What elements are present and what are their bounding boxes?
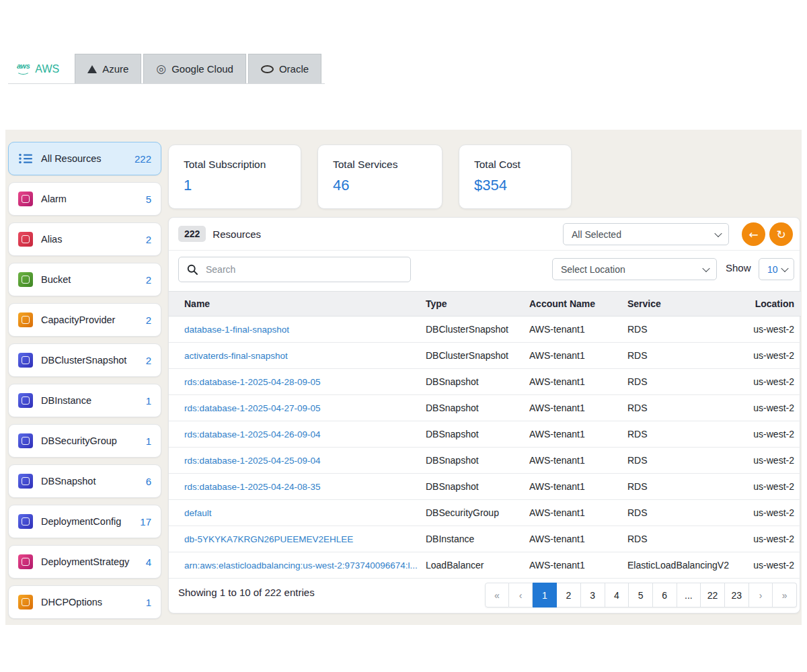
sidebar-item-label: DeploymentStrategy <box>41 556 129 567</box>
resource-count-badge: 222 <box>178 226 206 242</box>
page-button-22[interactable]: 22 <box>701 583 725 607</box>
card-label: Total Services <box>333 159 427 171</box>
column-header-type: Type <box>426 292 529 317</box>
cell-location: us-west-2 <box>747 552 801 579</box>
page-button-3[interactable]: 3 <box>581 583 605 607</box>
refresh-button[interactable]: ↻ <box>769 222 793 246</box>
page-size-select[interactable]: 10 <box>759 258 794 280</box>
tab-azure[interactable]: Azure <box>75 54 141 83</box>
search-box <box>178 257 411 282</box>
table-row: rds:database-1-2025-04-24-08-35 DBSnapsh… <box>169 474 801 500</box>
service-filter-value: All Selected <box>572 229 621 240</box>
resource-link[interactable]: db-5YKYKA7KRGN26PUEEMEV2EHLEE <box>184 534 353 544</box>
resource-link[interactable]: rds:database-1-2025-04-25-09-04 <box>184 456 321 466</box>
table-row: database-1-final-snapshot DBClusterSnaps… <box>169 317 801 343</box>
tab-google-cloud-label: Google Cloud <box>171 63 233 75</box>
sidebar-item-count: 2 <box>146 355 151 366</box>
oracle-logo-icon <box>261 65 274 73</box>
total-cost-card: Total Cost $354 <box>459 144 572 209</box>
cell-type: DBClusterSnapshot <box>426 343 529 369</box>
sidebar-item-label: DBSnapshot <box>41 476 95 487</box>
card-label: Total Cost <box>474 159 556 171</box>
sidebar-item-all-resources[interactable]: All Resources 222 <box>8 142 161 175</box>
sidebar-item-db-snapshot[interactable]: DBSnapshot 6 <box>8 464 161 498</box>
tab-oracle[interactable]: Oracle <box>248 54 321 83</box>
sidebar-item-deployment-config[interactable]: DeploymentConfig 17 <box>8 505 161 538</box>
resource-link[interactable]: database-1-final-snapshot <box>184 325 289 335</box>
page-button-23[interactable]: 23 <box>725 583 749 607</box>
sidebar-item-db-instance[interactable]: DBInstance 1 <box>8 384 161 417</box>
total-services-card: Total Services 46 <box>317 144 443 209</box>
cell-location: us-west-2 <box>747 369 801 395</box>
page-button-4[interactable]: 4 <box>605 583 629 607</box>
page-button-6[interactable]: 6 <box>653 583 677 607</box>
page-button-2[interactable]: 2 <box>557 583 581 607</box>
sidebar-item-deployment-strategy[interactable]: DeploymentStrategy 4 <box>8 545 161 579</box>
cell-type: DBInstance <box>426 526 529 552</box>
cell-account: AWS-tenant1 <box>529 395 627 421</box>
card-value: $354 <box>474 177 556 194</box>
cell-type: DBSnapshot <box>426 369 529 395</box>
google-cloud-logo-icon: ◎ <box>156 63 166 75</box>
azure-logo-icon <box>87 65 97 73</box>
cell-service: RDS <box>627 526 747 552</box>
resource-link[interactable]: rds:database-1-2025-04-24-08-35 <box>184 482 321 492</box>
cell-account: AWS-tenant1 <box>529 448 627 474</box>
page-prev-button[interactable]: ‹ <box>509 583 533 607</box>
sidebar-item-db-security-group[interactable]: DBSecurityGroup 1 <box>8 424 161 458</box>
sidebar-item-alias[interactable]: Alias 2 <box>8 222 161 256</box>
resource-link[interactable]: rds:database-1-2025-04-27-09-05 <box>184 403 321 413</box>
cell-location: us-west-2 <box>747 395 801 421</box>
back-button[interactable]: ← <box>742 222 765 246</box>
resource-link[interactable]: rds:database-1-2025-04-26-09-04 <box>184 429 321 439</box>
sidebar-item-label: DeploymentConfig <box>41 516 121 527</box>
tab-google-cloud[interactable]: ◎ Google Cloud <box>143 54 246 83</box>
column-header-account-name: Account Name <box>529 292 627 317</box>
column-header-name: Name <box>169 292 426 317</box>
pagination-summary: Showing 1 to 10 of 222 entries <box>178 587 315 598</box>
db-cluster-snapshot-service-icon <box>18 353 33 368</box>
cell-location: us-west-2 <box>747 421 801 448</box>
page-size-value: 10 <box>767 264 778 275</box>
page-button-5[interactable]: 5 <box>629 583 653 607</box>
column-header-location: Location <box>747 292 801 317</box>
cell-service: RDS <box>627 369 747 395</box>
service-filter-select[interactable]: All Selected <box>563 223 729 245</box>
sidebar-item-db-cluster-snapshot[interactable]: DBClusterSnapshot 2 <box>8 343 161 377</box>
resource-link[interactable]: activaterds-final-snapshot <box>184 351 288 361</box>
table-row: db-5YKYKA7KRGN26PUEEMEV2EHLEE DBInstance… <box>169 526 801 552</box>
page-last-button[interactable]: » <box>773 583 797 607</box>
sidebar-item-label: Bucket <box>41 274 71 285</box>
page-first-button[interactable]: « <box>485 583 509 607</box>
page-button-1[interactable]: 1 <box>533 583 557 607</box>
chevron-down-icon <box>781 264 788 271</box>
resources-panel: 222 Resources All Selected ← ↻ Select Lo… <box>168 217 800 614</box>
tab-aws[interactable]: aws AWS <box>8 54 68 83</box>
resource-type-sidebar: All Resources 222 Alarm 5 Alias 2 Bucket… <box>8 142 161 619</box>
card-value: 1 <box>184 177 286 194</box>
sidebar-item-alarm[interactable]: Alarm 5 <box>8 182 161 216</box>
sidebar-item-count: 4 <box>146 556 151 568</box>
cell-account: AWS-tenant1 <box>529 369 627 395</box>
location-filter-select[interactable]: Select Location <box>552 258 717 280</box>
sidebar-item-count: 1 <box>146 435 151 447</box>
cell-service: RDS <box>627 395 747 421</box>
cell-type: DBSnapshot <box>426 395 529 421</box>
sidebar-item-label: Alarm <box>41 194 67 204</box>
sidebar-item-count: 2 <box>146 274 151 286</box>
sidebar-item-dhcp-options[interactable]: DHCPOptions 1 <box>8 585 161 619</box>
resource-link[interactable]: arn:aws:elasticloadbalancing:us-west-2:9… <box>184 560 418 571</box>
resource-link[interactable]: default <box>184 508 212 518</box>
sidebar-item-capacity-provider[interactable]: CapacityProvider 2 <box>8 303 161 337</box>
cell-location: us-west-2 <box>747 317 801 343</box>
sidebar-item-bucket[interactable]: Bucket 2 <box>8 263 161 296</box>
page-next-button[interactable]: › <box>749 583 773 607</box>
deployment-strategy-service-icon <box>18 554 33 569</box>
search-icon <box>187 264 198 275</box>
search-input[interactable] <box>204 263 402 276</box>
sidebar-item-label: DBInstance <box>41 395 91 406</box>
table-row: rds:database-1-2025-04-26-09-04 DBSnapsh… <box>169 421 801 448</box>
chevron-down-icon <box>702 264 709 271</box>
resource-link[interactable]: rds:database-1-2025-04-28-09-05 <box>184 377 321 387</box>
cell-account: AWS-tenant1 <box>529 552 627 579</box>
